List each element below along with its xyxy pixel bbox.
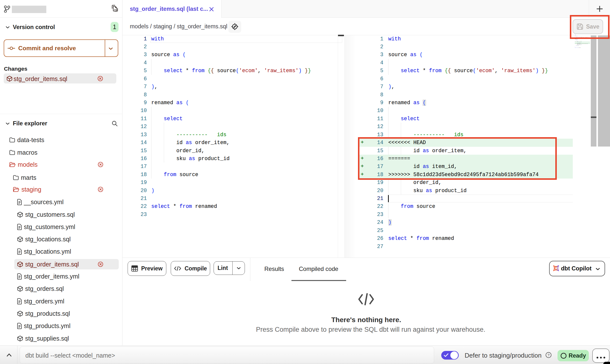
svg-text:?: ? xyxy=(547,353,549,357)
